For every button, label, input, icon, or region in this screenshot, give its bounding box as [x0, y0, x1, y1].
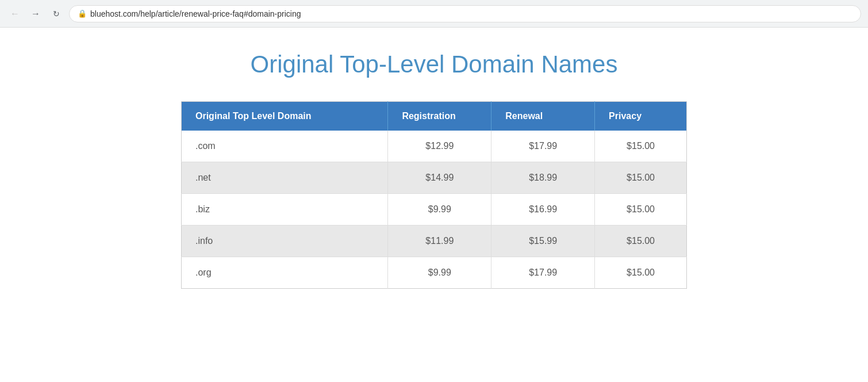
table-row: .org$9.99$17.99$15.00	[182, 257, 687, 289]
cell-renewal: $17.99	[491, 131, 595, 162]
table-row: .net$14.99$18.99$15.00	[182, 162, 687, 194]
cell-renewal: $15.99	[491, 226, 595, 257]
cell-privacy: $15.00	[595, 257, 687, 289]
browser-chrome: ← → ↻ 🔒 bluehost.com/help/article/renewa…	[0, 0, 868, 28]
header-domain: Original Top Level Domain	[182, 102, 388, 131]
header-privacy: Privacy	[595, 102, 687, 131]
table-row: .com$12.99$17.99$15.00	[182, 131, 687, 162]
cell-privacy: $15.00	[595, 226, 687, 257]
cell-registration: $9.99	[388, 257, 491, 289]
page-content: Original Top-Level Domain Names Original…	[0, 28, 868, 312]
cell-renewal: $17.99	[491, 257, 595, 289]
pricing-table: Original Top Level Domain Registration R…	[181, 101, 687, 289]
table-row: .biz$9.99$16.99$15.00	[182, 194, 687, 226]
cell-privacy: $15.00	[595, 131, 687, 162]
cell-domain: .com	[182, 131, 388, 162]
url-text: bluehost.com/help/article/renewal-price-…	[90, 9, 301, 18]
lock-icon: 🔒	[78, 9, 87, 18]
cell-registration: $11.99	[388, 226, 491, 257]
cell-renewal: $18.99	[491, 162, 595, 194]
address-bar[interactable]: 🔒 bluehost.com/help/article/renewal-pric…	[69, 5, 861, 22]
page-title: Original Top-Level Domain Names	[251, 51, 618, 78]
cell-registration: $12.99	[388, 131, 491, 162]
header-renewal: Renewal	[491, 102, 595, 131]
cell-domain: .biz	[182, 194, 388, 226]
cell-privacy: $15.00	[595, 194, 687, 226]
forward-button[interactable]: →	[28, 6, 44, 22]
cell-domain: .org	[182, 257, 388, 289]
cell-domain: .net	[182, 162, 388, 194]
cell-domain: .info	[182, 226, 388, 257]
cell-renewal: $16.99	[491, 194, 595, 226]
cell-registration: $14.99	[388, 162, 491, 194]
cell-registration: $9.99	[388, 194, 491, 226]
table-body: .com$12.99$17.99$15.00.net$14.99$18.99$1…	[182, 131, 687, 289]
reload-button[interactable]: ↻	[48, 6, 64, 22]
table-row: .info$11.99$15.99$15.00	[182, 226, 687, 257]
cell-privacy: $15.00	[595, 162, 687, 194]
table-header-row: Original Top Level Domain Registration R…	[182, 102, 687, 131]
header-registration: Registration	[388, 102, 491, 131]
back-button[interactable]: ←	[7, 6, 23, 22]
